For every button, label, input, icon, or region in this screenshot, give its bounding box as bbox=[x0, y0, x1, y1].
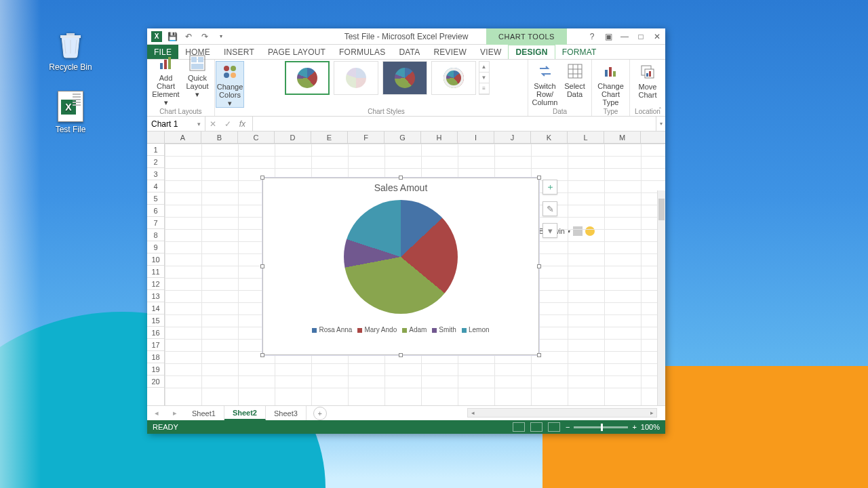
group-label: Chart Layouts bbox=[150, 106, 212, 116]
change-colors-button[interactable]: Change Colors ▾ bbox=[216, 61, 245, 108]
tab-view[interactable]: VIEW bbox=[473, 45, 508, 59]
chart-style-1[interactable] bbox=[285, 61, 330, 95]
row-header[interactable]: 20 bbox=[147, 375, 164, 388]
chart-styles-button[interactable]: ✎ bbox=[542, 201, 557, 216]
col-header[interactable]: M bbox=[604, 131, 641, 143]
tab-formulas[interactable]: FORMULAS bbox=[332, 45, 392, 59]
switch-icon bbox=[536, 62, 555, 81]
formula-input[interactable] bbox=[253, 117, 656, 131]
qat-redo[interactable]: ↷ bbox=[199, 30, 211, 43]
maximize-button[interactable]: □ bbox=[633, 28, 649, 44]
sheet-nav-next[interactable]: ▸ bbox=[173, 409, 177, 418]
row-header[interactable]: 18 bbox=[147, 351, 164, 363]
ribbon-display-options[interactable]: ▣ bbox=[600, 28, 616, 44]
chart-style-4[interactable] bbox=[431, 61, 476, 95]
select-all-corner[interactable] bbox=[147, 131, 164, 144]
chart-element-icon bbox=[157, 54, 176, 73]
excel-window: X 💾 ↶ ↷ ▾ Test File - Microsoft Excel Pr… bbox=[147, 28, 665, 434]
collapse-ribbon[interactable]: ˆ bbox=[659, 107, 661, 115]
col-header[interactable]: E bbox=[311, 131, 348, 143]
legend-item[interactable]: Rosa Anna bbox=[312, 326, 352, 333]
formula-expand[interactable]: ▾ bbox=[656, 117, 665, 131]
col-header[interactable]: D bbox=[275, 131, 311, 143]
close-button[interactable]: ✕ bbox=[649, 28, 665, 44]
col-header[interactable]: J bbox=[494, 131, 531, 143]
row-header[interactable]: 7 bbox=[147, 217, 164, 229]
row-header[interactable]: 16 bbox=[147, 327, 164, 339]
pie-plot[interactable] bbox=[344, 200, 458, 314]
row-header[interactable]: 8 bbox=[147, 229, 164, 241]
row-header[interactable]: 2 bbox=[147, 156, 164, 168]
select-data-button[interactable]: Select Data bbox=[561, 60, 589, 98]
chart-style-2[interactable] bbox=[334, 61, 378, 95]
col-header[interactable]: K bbox=[531, 131, 568, 143]
sheet-tab-sheet3[interactable]: Sheet3 bbox=[266, 406, 307, 420]
ribbon: Add Chart Element ▾ Quick Layout ▾ Chart… bbox=[147, 60, 665, 117]
tab-insert[interactable]: INSERT bbox=[217, 45, 261, 59]
recycle-bin-icon bbox=[55, 28, 86, 60]
chart-style-3[interactable] bbox=[382, 61, 427, 95]
row-header[interactable]: 11 bbox=[147, 266, 164, 278]
tab-page-layout[interactable]: PAGE LAYOUT bbox=[261, 45, 332, 59]
name-box[interactable]: Chart 1 bbox=[147, 117, 205, 131]
row-header[interactable]: 1 bbox=[147, 144, 164, 156]
sheet-tab-sheet2[interactable]: Sheet2 bbox=[224, 406, 266, 420]
ribbon-tabs: FILE HOME INSERT PAGE LAYOUT FORMULAS DA… bbox=[147, 45, 665, 60]
group-label: Data bbox=[531, 106, 589, 116]
desktop-file-test[interactable]: Test File bbox=[45, 91, 96, 134]
tab-review[interactable]: REVIEW bbox=[427, 45, 473, 59]
switch-row-column-button[interactable]: Switch Row/ Column bbox=[531, 60, 559, 106]
horizontal-scrollbar[interactable]: ◂▸ bbox=[467, 408, 657, 418]
style-gallery-scroll[interactable]: ▲▼≡ bbox=[479, 61, 490, 95]
row-header[interactable]: 13 bbox=[147, 290, 164, 302]
row-header[interactable]: 6 bbox=[147, 205, 164, 217]
legend-item[interactable]: Smith bbox=[432, 326, 456, 333]
legend-item[interactable]: Lemon bbox=[462, 326, 490, 333]
col-header[interactable]: I bbox=[458, 131, 494, 143]
row-header[interactable]: 14 bbox=[147, 302, 164, 314]
sheet-nav-prev[interactable]: ◂ bbox=[155, 409, 159, 418]
row-header[interactable]: 3 bbox=[147, 168, 164, 180]
row-header[interactable]: 17 bbox=[147, 339, 164, 351]
qat-customize[interactable]: ▾ bbox=[215, 30, 227, 43]
vertical-scrollbar[interactable] bbox=[657, 190, 665, 405]
chart-title[interactable]: Sales Amout bbox=[263, 178, 538, 195]
row-header[interactable]: 19 bbox=[147, 363, 164, 375]
col-header[interactable]: B bbox=[201, 131, 238, 143]
new-sheet-button[interactable]: + bbox=[313, 407, 327, 420]
qat-save[interactable]: 💾 bbox=[166, 30, 178, 43]
change-chart-type-button[interactable]: Change Chart Type bbox=[595, 60, 627, 106]
col-header[interactable]: H bbox=[421, 131, 458, 143]
fx-icon[interactable]: fx bbox=[239, 119, 245, 129]
chart-elements-button[interactable]: ＋ bbox=[542, 180, 557, 195]
row-header[interactable]: 4 bbox=[147, 180, 164, 192]
sheet-tab-sheet1[interactable]: Sheet1 bbox=[184, 406, 224, 420]
tab-data[interactable]: DATA bbox=[392, 45, 427, 59]
col-header[interactable]: F bbox=[348, 131, 384, 143]
col-header[interactable]: L bbox=[568, 131, 604, 143]
chart-legend[interactable]: Rosa AnnaMary AndoAdamSmithLemon bbox=[263, 326, 538, 333]
cancel-entry[interactable]: ✕ bbox=[210, 119, 216, 129]
col-header[interactable]: G bbox=[384, 131, 421, 143]
embedded-chart[interactable]: Sales Amout Rosa AnnaMary AndoAdamSmithL… bbox=[262, 178, 539, 355]
row-header[interactable]: 9 bbox=[147, 241, 164, 253]
desktop-recycle-bin[interactable]: Recycle Bin bbox=[45, 28, 96, 72]
row-header[interactable]: 15 bbox=[147, 314, 164, 327]
legend-item[interactable]: Adam bbox=[402, 326, 427, 333]
col-header[interactable]: C bbox=[238, 131, 275, 143]
cell-grid[interactable]: Sales Amout Rosa AnnaMary AndoAdamSmithL… bbox=[165, 144, 665, 405]
legend-item[interactable]: Mary Ando bbox=[357, 326, 397, 333]
column-headers[interactable]: ABCDEFGHIJKLM bbox=[165, 131, 665, 144]
col-header[interactable]: A bbox=[165, 131, 201, 143]
svg-point-9 bbox=[224, 73, 229, 78]
minimize-button[interactable]: — bbox=[616, 28, 633, 44]
confirm-entry[interactable]: ✓ bbox=[224, 119, 231, 129]
row-header[interactable]: 10 bbox=[147, 253, 164, 266]
row-header[interactable]: 12 bbox=[147, 278, 164, 290]
move-chart-button[interactable]: Move Chart bbox=[633, 61, 663, 99]
qat-undo[interactable]: ↶ bbox=[182, 30, 195, 43]
add-chart-element-button[interactable]: Add Chart Element ▾ bbox=[150, 52, 182, 106]
quick-layout-button[interactable]: Quick Layout ▾ bbox=[183, 52, 212, 98]
row-header[interactable]: 5 bbox=[147, 192, 164, 205]
chart-filter-button[interactable]: ▾ bbox=[542, 223, 557, 238]
